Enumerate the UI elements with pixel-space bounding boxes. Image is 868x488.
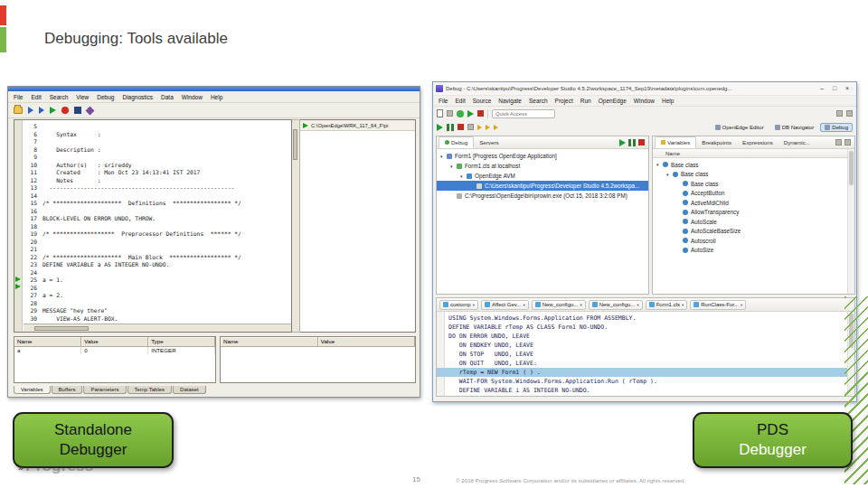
debug-icon[interactable] [457, 110, 464, 117]
column-header[interactable]: Name [14, 337, 81, 346]
tree-caret-icon[interactable]: ▾ [440, 154, 447, 159]
code-line[interactable]: 26 [25, 285, 241, 293]
menu-item[interactable]: Search [50, 94, 69, 100]
resume-icon[interactable] [619, 139, 626, 146]
menu-item[interactable]: Project [555, 98, 573, 104]
resume-icon[interactable] [437, 124, 443, 131]
terminate-icon[interactable] [458, 124, 464, 130]
panel-tab[interactable]: Debug [439, 136, 474, 148]
code-line[interactable]: 8 Description : [25, 146, 241, 155]
code-line[interactable]: 15 /* ******************** Definitions *… [25, 200, 241, 208]
variable-row[interactable]: AutoSize [653, 246, 854, 256]
code-line[interactable]: 19 /* ****************** Preprocessor De… [25, 230, 241, 239]
menu-item[interactable]: Run [580, 98, 591, 104]
session-bar[interactable]: C:\OpenEdge\WRK_117_64_F\pi [300, 120, 415, 131]
menu-item[interactable]: File [439, 98, 448, 104]
menu-item[interactable]: Window [182, 94, 203, 100]
column-header[interactable]: Name [221, 337, 317, 346]
code-line[interactable]: DEFINE VARIABLE i AS INTEGER NO-UNDO. [437, 386, 847, 395]
panel-tab[interactable]: Dynamic... [778, 136, 816, 148]
code-line[interactable]: 29 MESSAGE "hey there" [25, 307, 241, 315]
step-into-icon[interactable] [28, 107, 33, 114]
perspective-button[interactable]: OpenEdge Editor [711, 123, 769, 132]
chevron-down-icon[interactable] [473, 303, 475, 307]
menu-item[interactable]: View [76, 94, 89, 100]
menu-item[interactable]: OpenEdge [599, 98, 627, 104]
tree-caret-icon[interactable]: ▾ [656, 162, 663, 167]
debug-tree-item[interactable]: ▾ Form1 [Progress OpenEdge Application] [437, 151, 648, 161]
code-line[interactable]: DEFINE VARIABLE rTemp AS CLASS Form1 NO-… [437, 323, 847, 332]
chevron-down-icon[interactable] [523, 303, 524, 307]
variable-row[interactable]: AutoScale [653, 217, 854, 227]
menu-item[interactable]: Debug [97, 94, 114, 100]
variable-row[interactable]: AllowTransparency [653, 208, 854, 218]
code-line[interactable]: 24 [25, 269, 241, 277]
tree-caret-icon[interactable]: ▾ [460, 174, 467, 179]
variable-row[interactable]: AcceptButton [653, 189, 854, 199]
menu-item[interactable]: Help [662, 98, 674, 104]
debug-tree-item[interactable]: C:\Progress\OpenEdge\bin\prowin.exe (Oct… [437, 191, 648, 201]
menu-item[interactable]: Source [473, 98, 492, 104]
chevron-down-icon[interactable] [637, 303, 638, 307]
search-icon[interactable] [836, 110, 843, 117]
launch-config-button[interactable]: Affect Gev... [481, 300, 529, 310]
run-icon[interactable] [50, 107, 56, 114]
debug-tree-item[interactable]: C:\Users\skantipu\Progress\Developer Stu… [437, 181, 648, 191]
variable-row[interactable]: Autoscroll [653, 236, 854, 246]
code-line[interactable]: 11 Created : Mon Oct 23 14:13:41 IST 201… [25, 169, 241, 177]
column-header[interactable]: Type [148, 337, 215, 346]
scrollbar-thumb[interactable] [849, 151, 854, 185]
horizontal-scrollbar[interactable] [24, 324, 291, 332]
breakpoint-gutter[interactable] [14, 120, 23, 332]
code-line[interactable]: 20 [25, 239, 241, 247]
menu-item[interactable]: Navigate [498, 98, 522, 104]
code-line[interactable]: 6 Syntax : [25, 131, 241, 139]
view-menu-icon[interactable] [844, 139, 851, 145]
code-line[interactable]: 14 [25, 192, 241, 201]
disconnect-icon[interactable] [467, 124, 474, 130]
panel-tab[interactable]: Servers [474, 136, 504, 148]
code-line[interactable]: DO ON ERROR UNDO, LEAVE [437, 332, 847, 341]
code-line[interactable]: ON STOP UNDO, LEAVE [437, 350, 847, 359]
close-button[interactable]: × [841, 83, 854, 94]
code-line[interactable]: 27 a = 2. [25, 292, 241, 300]
suspend-icon[interactable] [628, 139, 636, 146]
pds-code-editor[interactable]: USING System.Windows.Forms.Application F… [437, 312, 854, 396]
launch-config-button[interactable]: RunClass-For... [690, 300, 746, 310]
menu-item[interactable]: Search [529, 98, 548, 104]
bottom-tab[interactable]: Temp Tables [127, 386, 173, 394]
column-header[interactable]: Value [317, 337, 414, 346]
code-line[interactable]: 13 -------------------------------------… [25, 184, 241, 192]
step-over-icon[interactable] [39, 107, 44, 114]
step-over-icon[interactable] [486, 125, 490, 130]
variable-row[interactable]: ▾ Base class [653, 160, 854, 170]
panel-tab[interactable]: Variables [655, 136, 696, 148]
scrollbar-thumb[interactable] [293, 129, 297, 160]
new-file-icon[interactable] [437, 109, 443, 117]
column-header[interactable]: Value [81, 337, 148, 346]
sad-code-editor[interactable]: 5 6 Syntax : 7 8 Description : [14, 119, 292, 333]
perspective-button[interactable]: Debug [820, 123, 853, 132]
bottom-tab[interactable]: Dataset [173, 386, 206, 394]
bottom-tab[interactable]: Buffers [52, 386, 83, 394]
suspend-icon[interactable] [447, 124, 454, 131]
sad-watch-table[interactable]: NameValue [220, 336, 416, 383]
code-line[interactable]: ON ENDKEY UNDO, LEAVE [437, 341, 847, 350]
code-line[interactable]: 7 [25, 138, 241, 146]
code-line[interactable]: 9 [25, 154, 241, 162]
tree-caret-icon[interactable]: ▾ [666, 172, 673, 177]
breakpoint-icon[interactable] [74, 107, 81, 114]
vertical-scrollbar[interactable] [847, 149, 854, 294]
code-line[interactable]: 30 VIEW-AS ALERT-BOX. [25, 315, 241, 324]
code-line[interactable]: 22 /* ******************** Main Block **… [25, 254, 241, 262]
code-line[interactable]: rTemp = NEW Form1 ( ) . [437, 368, 847, 377]
chevron-down-icon[interactable] [741, 303, 742, 307]
menu-item[interactable]: Edit [31, 94, 41, 100]
variable-row[interactable]: AutoScaleBaseSize [653, 227, 854, 237]
run-icon[interactable] [467, 110, 474, 117]
perspective-button[interactable]: DB Navigator [770, 123, 819, 132]
variable-row[interactable]: Base class [653, 179, 854, 189]
stop-icon[interactable] [61, 107, 69, 114]
menu-item[interactable]: File [14, 94, 23, 100]
table-row[interactable]: a 0 INTEGER [14, 346, 215, 354]
